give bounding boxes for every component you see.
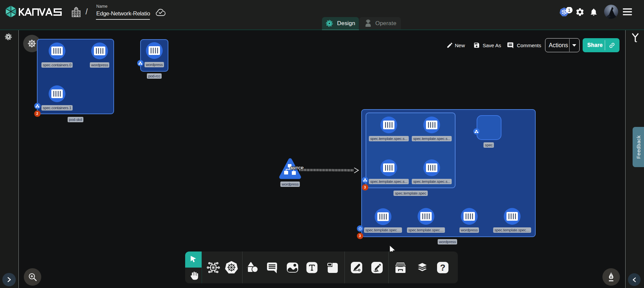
svg-text:80/TCP: 80/TCP <box>290 166 304 170</box>
svg-text:?: ? <box>440 263 445 273</box>
svg-text:1: 1 <box>568 8 571 13</box>
